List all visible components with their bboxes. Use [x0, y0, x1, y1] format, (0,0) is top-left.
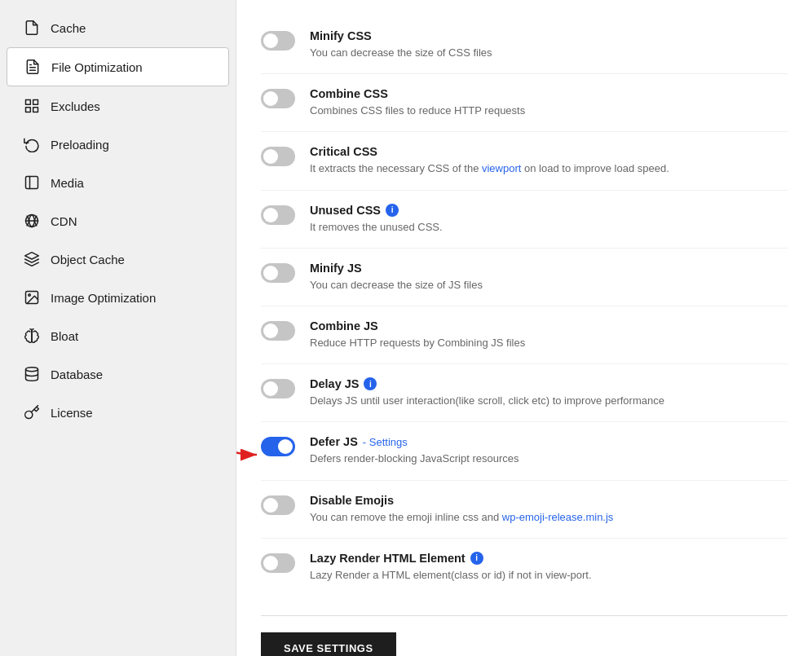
sidebar-item-excludes[interactable]: Excludes [7, 87, 229, 125]
setting-title-delay-js: Delay JSi [310, 377, 788, 390]
setting-desc-combine-css: Combines CSS files to reduce HTTP reques… [310, 103, 788, 118]
setting-info-combine-js: Combine JSReduce HTTP requests by Combin… [310, 319, 788, 350]
sidebar-item-media[interactable]: Media [7, 164, 229, 201]
toggle-minify-js[interactable] [261, 263, 295, 286]
setting-info-delay-js: Delay JSiDelays JS until user interactio… [310, 377, 788, 408]
save-settings-button[interactable]: SAVE SETTINGS [261, 632, 396, 656]
setting-desc-disable-emojis: You can remove the emoji inline css and … [310, 510, 788, 525]
svg-point-11 [29, 294, 31, 297]
sidebar: Cache File Optimization Excludes Preload… [0, 0, 236, 656]
setting-desc-lazy-render: Lazy Render a HTML element(class or id) … [310, 568, 788, 583]
sidebar-item-image-optimization[interactable]: Image Optimization [7, 279, 229, 316]
setting-row-combine-js: Combine JSReduce HTTP requests by Combin… [261, 306, 788, 364]
svg-point-12 [26, 368, 38, 372]
setting-title-lazy-render: Lazy Render HTML Elementi [310, 552, 788, 565]
setting-desc-defer-js: Defers render-blocking JavaScript resour… [310, 451, 788, 466]
toggle-disable-emojis[interactable] [261, 495, 295, 518]
sidebar-item-media-label: Media [51, 176, 84, 190]
sidebar-item-database-label: Database [51, 368, 103, 381]
setting-row-unused-css: Unused CSSiIt removes the unused CSS. [261, 191, 788, 249]
sidebar-item-license-label: License [51, 406, 93, 420]
setting-desc-minify-css: You can decrease the size of CSS files [310, 46, 788, 60]
save-section: SAVE SETTINGS [261, 615, 788, 656]
setting-row-minify-css: Minify CSSYou can decrease the size of C… [261, 16, 788, 74]
info-icon-lazy-render[interactable]: i [470, 552, 483, 565]
sidebar-item-excludes-label: Excludes [51, 99, 100, 113]
sidebar-item-preloading[interactable]: Preloading [7, 125, 229, 163]
svg-rect-5 [33, 108, 38, 112]
sidebar-item-object-cache[interactable]: Object Cache [7, 240, 229, 278]
setting-info-minify-js: Minify JSYou can decrease the size of JS… [310, 262, 788, 293]
svg-rect-6 [26, 177, 38, 189]
setting-info-disable-emojis: Disable EmojisYou can remove the emoji i… [310, 494, 788, 525]
setting-title-defer-js: Defer JS- Settings [310, 435, 788, 448]
preloading-icon [23, 135, 41, 153]
setting-row-critical-css: Critical CSSIt extracts the necessary CS… [261, 132, 788, 190]
setting-row-minify-js: Minify JSYou can decrease the size of JS… [261, 249, 788, 306]
setting-title-minify-css: Minify CSS [310, 29, 788, 42]
sidebar-item-bloat[interactable]: Bloat [7, 317, 229, 354]
sidebar-item-file-optimization[interactable]: File Optimization [7, 47, 229, 86]
sidebar-item-bloat-label: Bloat [51, 329, 78, 343]
setting-desc-delay-js: Delays JS until user interaction(like sc… [310, 394, 788, 408]
info-icon-unused-css[interactable]: i [386, 204, 399, 217]
toggle-defer-js[interactable] [261, 437, 295, 460]
toggle-lazy-render[interactable] [261, 553, 295, 576]
setting-row-defer-js: Defer JS- SettingsDefers render-blocking… [261, 422, 788, 480]
setting-info-defer-js: Defer JS- SettingsDefers render-blocking… [310, 435, 788, 466]
object-cache-icon [23, 250, 41, 268]
setting-row-disable-emojis: Disable EmojisYou can remove the emoji i… [261, 481, 788, 539]
settings-list: Minify CSSYou can decrease the size of C… [261, 16, 788, 596]
sidebar-item-image-optimization-label: Image Optimization [51, 291, 156, 305]
toggle-delay-js[interactable] [261, 379, 295, 402]
main-content: Minify CSSYou can decrease the size of C… [236, 0, 812, 656]
toggle-minify-css[interactable] [261, 31, 295, 54]
sidebar-item-cache-label: Cache [51, 21, 86, 35]
sidebar-item-cdn[interactable]: CDN [7, 202, 229, 240]
toggle-critical-css[interactable] [261, 147, 295, 170]
setting-title-minify-js: Minify JS [310, 262, 788, 275]
sidebar-item-database[interactable]: Database [7, 355, 229, 393]
setting-row-lazy-render: Lazy Render HTML ElementiLazy Render a H… [261, 539, 788, 596]
setting-title-combine-css: Combine CSS [310, 87, 788, 100]
settings-link-defer-js[interactable]: - Settings [363, 436, 408, 448]
sidebar-item-object-cache-label: Object Cache [51, 253, 125, 266]
sidebar-item-cache[interactable]: Cache [7, 9, 229, 46]
bloat-icon [23, 327, 41, 345]
sidebar-item-file-optimization-label: File Optimization [51, 60, 143, 74]
cdn-icon [23, 212, 41, 230]
excludes-icon [23, 97, 41, 115]
setting-title-combine-js: Combine JS [310, 319, 788, 332]
sidebar-item-cdn-label: CDN [51, 214, 77, 228]
setting-desc-critical-css: It extracts the necessary CSS of the vie… [310, 161, 788, 176]
info-icon-delay-js[interactable]: i [364, 377, 377, 390]
setting-title-unused-css: Unused CSSi [310, 204, 788, 217]
setting-row-combine-css: Combine CSSCombines CSS files to reduce … [261, 74, 788, 132]
svg-rect-4 [26, 108, 31, 112]
image-optimization-icon [23, 288, 41, 306]
license-icon [23, 403, 41, 421]
setting-desc-unused-css: It removes the unused CSS. [310, 220, 788, 235]
setting-row-delay-js: Delay JSiDelays JS until user interactio… [261, 364, 788, 422]
setting-info-combine-css: Combine CSSCombines CSS files to reduce … [310, 87, 788, 118]
setting-info-lazy-render: Lazy Render HTML ElementiLazy Render a H… [310, 552, 788, 583]
cache-icon [23, 19, 41, 37]
toggle-combine-css[interactable] [261, 89, 295, 112]
svg-rect-3 [33, 100, 38, 105]
setting-desc-minify-js: You can decrease the size of JS files [310, 278, 788, 293]
setting-info-minify-css: Minify CSSYou can decrease the size of C… [310, 29, 788, 60]
setting-title-disable-emojis: Disable Emojis [310, 494, 788, 507]
database-icon [23, 365, 41, 383]
svg-marker-9 [25, 253, 39, 259]
sidebar-item-license[interactable]: License [7, 394, 229, 431]
setting-desc-combine-js: Reduce HTTP requests by Combining JS fil… [310, 336, 788, 350]
toggle-combine-js[interactable] [261, 321, 295, 344]
svg-rect-2 [26, 100, 31, 105]
setting-info-unused-css: Unused CSSiIt removes the unused CSS. [310, 204, 788, 235]
setting-info-critical-css: Critical CSSIt extracts the necessary CS… [310, 145, 788, 176]
sidebar-item-preloading-label: Preloading [51, 138, 109, 152]
toggle-unused-css[interactable] [261, 205, 295, 228]
file-optimization-icon [24, 58, 42, 76]
setting-title-critical-css: Critical CSS [310, 145, 788, 158]
media-icon [23, 174, 41, 192]
